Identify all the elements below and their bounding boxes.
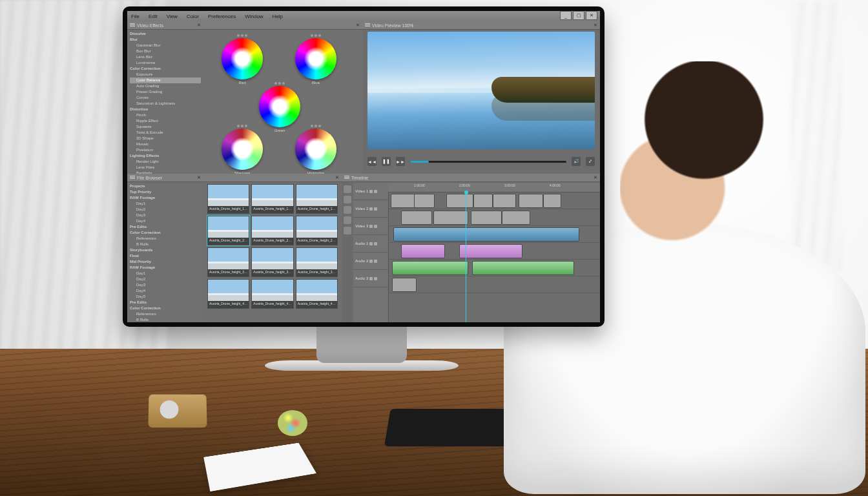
- panel-close-icon[interactable]: ✕: [594, 175, 597, 180]
- file-item[interactable]: B Rolls: [130, 242, 201, 247]
- file-item[interactable]: Day5: [130, 294, 201, 300]
- preview-progress[interactable]: [410, 161, 566, 163]
- file-item[interactable]: References: [130, 311, 201, 317]
- hamburger-icon[interactable]: [130, 23, 135, 27]
- effects-item[interactable]: Luminance: [130, 60, 201, 66]
- timeline-lanes[interactable]: [388, 192, 600, 322]
- effects-category[interactable]: Distortion: [130, 107, 201, 112]
- effects-item[interactable]: Pixelation: [130, 147, 201, 153]
- thumbnail[interactable]: [207, 247, 249, 277]
- track-header[interactable]: Video 3: [353, 218, 388, 235]
- file-item[interactable]: Day3: [130, 212, 201, 218]
- clip[interactable]: [493, 194, 516, 208]
- effects-item[interactable]: Curves: [130, 95, 201, 101]
- file-browser-tree[interactable]: Projects Top Priority RAW FootageDay1Day…: [127, 182, 203, 322]
- menu-window[interactable]: Window: [245, 14, 263, 19]
- folder-item[interactable]: Top Priority: [130, 189, 201, 195]
- folder-item[interactable]: RAW Footage: [130, 195, 201, 201]
- tool-text-icon[interactable]: [344, 227, 351, 234]
- lock-icon[interactable]: [369, 242, 373, 245]
- track-header[interactable]: Video 2: [353, 200, 388, 218]
- clip[interactable]: [502, 211, 530, 225]
- clip-audio[interactable]: [459, 244, 522, 258]
- thumbnail[interactable]: [251, 184, 293, 214]
- file-item[interactable]: B Rolls: [130, 317, 201, 322]
- thumbnail[interactable]: [296, 279, 338, 309]
- clip[interactable]: [392, 278, 417, 292]
- menu-preferences[interactable]: Preferences: [208, 14, 236, 19]
- effects-item[interactable]: Preset Grading: [130, 89, 201, 95]
- panel-close-icon[interactable]: ✕: [594, 23, 597, 28]
- effects-category[interactable]: Lighting Effects: [130, 153, 201, 159]
- track-header[interactable]: Audio 2: [353, 253, 388, 270]
- effects-tree[interactable]: DissolveBlurGaussian BlurBox BlurLens Bl…: [127, 30, 203, 174]
- clip[interactable]: [433, 211, 468, 225]
- file-item[interactable]: Day4: [130, 288, 201, 294]
- effects-item[interactable]: Ripple Effect: [130, 118, 201, 124]
- folder-item[interactable]: Mid Priority: [130, 259, 201, 265]
- thumbnail[interactable]: [251, 216, 293, 245]
- hamburger-icon[interactable]: [365, 23, 370, 27]
- effects-item[interactable]: Exposure: [130, 72, 201, 78]
- file-item[interactable]: References: [130, 236, 201, 242]
- lock-icon[interactable]: [369, 260, 373, 263]
- effects-item[interactable]: Saturation & Lightness: [130, 101, 201, 107]
- file-item[interactable]: Day1: [130, 271, 201, 276]
- tool-razor-icon[interactable]: [344, 196, 351, 203]
- effects-item[interactable]: Mosaic: [130, 141, 201, 147]
- file-item[interactable]: Day3: [130, 282, 201, 288]
- playhead[interactable]: [466, 192, 466, 322]
- folder-item[interactable]: Projects: [130, 183, 201, 189]
- folder-item[interactable]: RAW Footage: [130, 265, 201, 271]
- folder-item[interactable]: Storyboards: [130, 247, 201, 253]
- preview-video[interactable]: [367, 32, 595, 149]
- tool-zoom-icon[interactable]: [344, 216, 351, 224]
- tool-hand-icon[interactable]: [344, 206, 351, 214]
- lock-icon[interactable]: [369, 190, 373, 193]
- expand-icon[interactable]: ⤢: [586, 157, 595, 166]
- window-minimize-button[interactable]: _: [560, 11, 572, 20]
- color-wheel-green[interactable]: [259, 86, 300, 127]
- folder-item[interactable]: Pre Edits: [130, 224, 201, 230]
- window-close-button[interactable]: ✕: [586, 11, 597, 20]
- next-button[interactable]: ►►: [396, 157, 405, 166]
- thumbnail[interactable]: [207, 184, 249, 214]
- mute-icon[interactable]: [374, 242, 377, 245]
- file-item[interactable]: Day1: [130, 201, 201, 207]
- clip[interactable]: [401, 211, 432, 225]
- window-maximize-button[interactable]: ▢: [573, 11, 584, 20]
- clip-audio[interactable]: [392, 261, 468, 275]
- clip[interactable]: [473, 194, 493, 208]
- panel-close-icon[interactable]: ✕: [197, 23, 201, 28]
- effects-category[interactable]: Dissolve: [130, 31, 201, 37]
- track-header[interactable]: Video 1: [353, 183, 388, 200]
- thumbnail[interactable]: [296, 247, 338, 277]
- effects-item[interactable]: 3D Shape: [130, 136, 201, 141]
- clip[interactable]: [543, 194, 561, 208]
- thumbnail[interactable]: [207, 279, 249, 309]
- effects-item[interactable]: Lens Blur: [130, 54, 201, 60]
- panel-close-icon[interactable]: ✕: [335, 175, 339, 180]
- color-wheel-shadows[interactable]: [222, 129, 263, 170]
- clip[interactable]: [471, 211, 502, 225]
- menu-view[interactable]: View: [167, 14, 178, 19]
- thumbnail[interactable]: [251, 247, 293, 277]
- thumbnail[interactable]: [207, 216, 249, 245]
- effects-item[interactable]: Auto Grading: [130, 83, 201, 89]
- color-wheel-blue[interactable]: [295, 38, 336, 79]
- tool-pointer-icon[interactable]: [344, 185, 351, 193]
- clip-audio[interactable]: [401, 244, 445, 258]
- hamburger-icon[interactable]: [344, 176, 349, 180]
- clip[interactable]: [446, 194, 473, 208]
- mute-icon[interactable]: [374, 277, 377, 280]
- file-item[interactable]: Day2: [130, 276, 201, 282]
- pause-button[interactable]: ❚❚: [382, 157, 391, 166]
- folder-item[interactable]: Color Correction: [130, 305, 201, 311]
- mute-icon[interactable]: [374, 225, 377, 228]
- effects-category[interactable]: Color Correction: [130, 66, 201, 72]
- color-wheel-highlights[interactable]: [295, 129, 336, 170]
- track-header[interactable]: Audio 1: [353, 235, 388, 253]
- menu-file[interactable]: File: [131, 14, 140, 19]
- menu-help[interactable]: Help: [273, 14, 283, 19]
- clip[interactable]: [519, 194, 543, 208]
